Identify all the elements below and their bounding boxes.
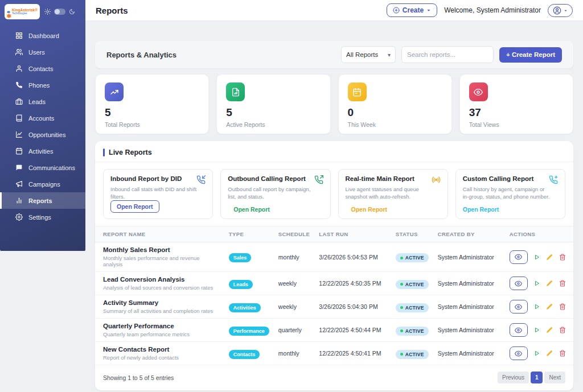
schedule-cell: weekly	[274, 272, 314, 295]
delete-report-button[interactable]	[559, 280, 566, 287]
pagination-previous-button[interactable]: Previous	[498, 372, 529, 383]
report-description: Summary of all activities and completion…	[103, 308, 220, 314]
file-chart-icon	[226, 82, 245, 101]
sidebar-item-label: Communications	[28, 164, 75, 171]
report-filter-select[interactable]: All Reports ▾	[341, 46, 396, 63]
open-report-link[interactable]: Open Report	[351, 206, 388, 213]
last-run-cell: 12/22/2025 4:50:44 PM	[314, 319, 391, 342]
sidebar-item-label: Campaigns	[28, 181, 60, 188]
sidebar-item-settings[interactable]: Settings	[0, 209, 85, 225]
sidebar-item-opportunities[interactable]: Opportunities	[0, 126, 85, 143]
sidebar-item-label: Users	[28, 49, 45, 56]
edit-report-button[interactable]	[546, 350, 553, 357]
view-report-button[interactable]	[510, 346, 528, 360]
table-header-row: REPORT NAME TYPE SCHEDULE LAST RUN STATU…	[95, 226, 573, 242]
stat-card-this-week: 0 This Week	[338, 74, 452, 134]
sidebar-item-label: Opportunities	[28, 131, 65, 138]
eye-icon	[515, 303, 522, 311]
pencil-icon	[546, 280, 553, 287]
sidebar-item-leads[interactable]: Leads	[0, 93, 85, 110]
live-card-outbound-calling: Outbound Calling Report Outbound call re…	[220, 169, 330, 219]
sidebar-item-communications[interactable]: Communications	[0, 159, 85, 176]
moon-icon	[69, 9, 75, 15]
view-report-button[interactable]	[510, 300, 528, 313]
view-report-button[interactable]	[510, 277, 528, 290]
sidebar-item-accounts[interactable]: Accounts	[0, 110, 85, 126]
live-card-description: Call history by agent, campaign or in-gr…	[463, 186, 551, 201]
report-description: Monthly sales performance and revenue an…	[103, 255, 220, 267]
sidebar: ✱ KingAsterisk® Technologies Dashboard U…	[0, 0, 85, 251]
view-report-button[interactable]	[510, 323, 528, 337]
delete-report-button[interactable]	[559, 303, 566, 310]
delete-report-button[interactable]	[559, 350, 566, 357]
pagination-page-1-button[interactable]: 1	[531, 372, 543, 383]
showing-entries-text: Showing 1 to 5 of 5 entries	[103, 374, 174, 381]
play-icon	[534, 327, 540, 333]
live-card-description: Inbound call stats with DID and shift fi…	[110, 186, 198, 201]
search-reports-input[interactable]	[401, 46, 494, 63]
sidebar-item-label: Reports	[28, 197, 52, 204]
theme-toggle[interactable]	[54, 9, 65, 15]
sidebar-item-phones[interactable]: Phones	[0, 77, 85, 93]
schedule-cell: weekly	[274, 295, 314, 319]
type-badge: Leads	[229, 280, 253, 289]
edit-report-button[interactable]	[546, 327, 553, 333]
top-header: Reports Create Welcome, System Administr…	[85, 0, 583, 21]
chat-icon	[15, 164, 23, 171]
sidebar-item-label: Contacts	[28, 65, 53, 72]
status-dot	[400, 283, 403, 286]
trash-icon	[559, 350, 566, 357]
reports-table: REPORT NAME TYPE SCHEDULE LAST RUN STATU…	[95, 226, 573, 365]
create-button[interactable]: Create	[387, 3, 437, 17]
calendar-icon	[15, 147, 23, 155]
open-report-button[interactable]: Open Report	[110, 200, 159, 213]
sidebar-item-dashboard[interactable]: Dashboard	[0, 27, 85, 44]
pencil-icon	[546, 350, 553, 357]
delete-report-button[interactable]	[559, 327, 566, 333]
edit-report-button[interactable]	[546, 280, 553, 287]
chevron-down-icon: ▾	[388, 52, 391, 58]
sidebar-item-label: Phones	[28, 82, 50, 89]
phone-icon	[15, 81, 23, 89]
pagination: Previous 1 Next	[498, 372, 565, 383]
delete-report-button[interactable]	[559, 254, 566, 261]
report-name: Monthly Sales Report	[103, 246, 220, 253]
pagination-next-button[interactable]: Next	[544, 372, 565, 383]
live-card-inbound-by-did: Inbound Report by DID Inbound call stats…	[103, 169, 213, 219]
view-report-button[interactable]	[510, 250, 528, 264]
open-report-link[interactable]: Open Report	[463, 206, 499, 213]
pencil-icon	[546, 303, 553, 310]
column-header: REPORT NAME	[95, 226, 224, 242]
type-badge: Contacts	[229, 350, 260, 359]
sidebar-item-reports[interactable]: Reports	[0, 192, 85, 209]
sidebar-item-contacts[interactable]: Contacts	[0, 60, 85, 77]
run-report-button[interactable]	[534, 350, 540, 356]
edit-report-button[interactable]	[546, 254, 553, 261]
stat-card-active-reports: 5 Active Reports	[216, 74, 330, 134]
last-run-cell: 12/22/2025 4:50:41 PM	[314, 342, 391, 365]
open-report-link[interactable]: Open Report	[233, 206, 270, 213]
sidebar-item-campaigns[interactable]: Campaigns	[0, 176, 85, 192]
chevron-down-icon	[564, 9, 568, 13]
trash-icon	[559, 280, 566, 287]
user-menu-button[interactable]	[548, 4, 573, 17]
eye-icon	[469, 82, 488, 101]
run-report-button[interactable]	[534, 304, 540, 310]
line-chart-icon	[105, 82, 124, 101]
play-icon	[534, 350, 540, 356]
created-by-cell: System Administrator	[433, 295, 505, 319]
sidebar-item-activities[interactable]: Activities	[0, 143, 85, 159]
section-accent-bar	[103, 148, 105, 156]
live-card-title: Outbound Calling Report	[228, 175, 306, 182]
sidebar-item-users[interactable]: Users	[0, 44, 85, 60]
page-title: Reports	[96, 6, 128, 15]
edit-report-button[interactable]	[546, 303, 553, 310]
report-name: Lead Conversion Analysis	[103, 276, 220, 283]
run-report-button[interactable]	[534, 280, 540, 286]
run-report-button[interactable]	[534, 254, 540, 260]
create-report-button[interactable]: + Create Report	[499, 47, 562, 63]
created-by-cell: System Administrator	[433, 272, 505, 295]
run-report-button[interactable]	[534, 327, 540, 333]
gear-icon	[15, 213, 23, 221]
status-badge: ACTIVE	[396, 280, 429, 289]
